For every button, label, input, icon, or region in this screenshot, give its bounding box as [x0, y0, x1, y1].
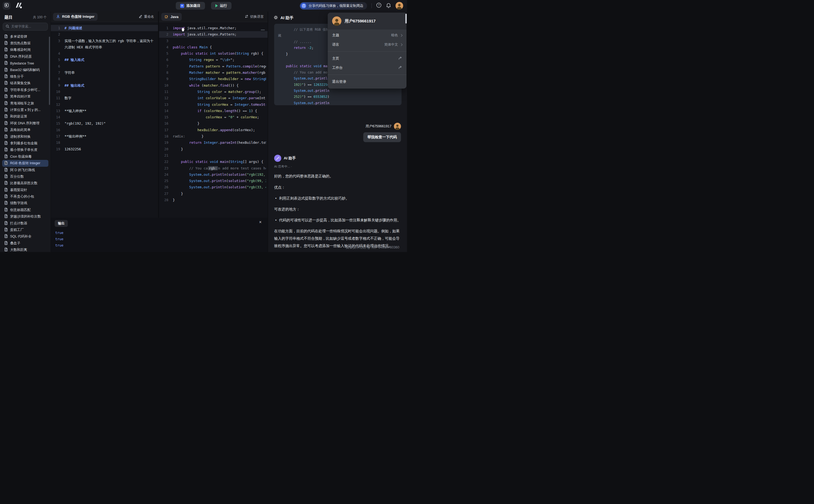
chevron-right-icon: [400, 34, 403, 37]
sidebar-item[interactable]: 大数和距离: [2, 247, 48, 252]
sidebar-item[interactable]: Bytedance Tree: [2, 60, 48, 67]
ai-code-line: System.out.println: [278, 100, 398, 105]
sidebar-item[interactable]: 病毒感染时间: [2, 47, 48, 53]
code-editor-panel: Java 切换语言 1import java.util.regex.Matche…: [159, 11, 268, 218]
code-line: 7 Pattern pattern = Pattern.compile(rege…: [159, 63, 268, 69]
sidebar-item[interactable]: 猜数字游戏: [2, 200, 48, 207]
document-icon: [4, 101, 8, 106]
sidebar-item[interactable]: 简单四则计算: [2, 93, 48, 100]
problem-tab[interactable]: RGB 色值转 Integer: [53, 13, 98, 21]
notification-bell-icon[interactable]: [386, 2, 391, 9]
document-icon: [4, 81, 8, 86]
sidebar-item[interactable]: 环状 DNA 序列整理: [2, 120, 48, 127]
pencil-icon: [139, 14, 142, 19]
document-icon: [4, 194, 8, 199]
user-avatar[interactable]: [396, 2, 403, 10]
sidebar-item[interactable]: 和的逆运算: [2, 113, 48, 120]
menu-item-workbench[interactable]: 工作台: [328, 63, 406, 72]
markdown-line: 10: [51, 89, 158, 95]
ai-panel-scrollbar[interactable]: [405, 14, 407, 24]
sidebar-item[interactable]: 不再贪心的小包: [2, 193, 48, 200]
sidebar-item[interactable]: 青海湖租车之旅: [2, 100, 48, 107]
code-line: 12 int colorValue = Integer.parseInt(col…: [159, 95, 268, 101]
sidebar-item-label: 青海湖租车之旅: [10, 101, 34, 106]
add-problem-label: 添加题目: [186, 3, 201, 8]
app-logo[interactable]: [14, 2, 25, 10]
rename-button[interactable]: 重命名: [139, 14, 154, 19]
sidebar-item[interactable]: 阿 D 的飞行路线: [2, 167, 48, 173]
code-line: 5 public static int solution(String rgb)…: [159, 50, 268, 57]
sidebar-item[interactable]: 字符串有多少种可...: [2, 87, 48, 93]
document-icon: [4, 141, 8, 146]
sidebar-item[interactable]: 叠盘子: [2, 240, 48, 247]
sidebar-item[interactable]: 链表聚集交换: [2, 80, 48, 87]
sidebar-item-label: 拿到最多红包金额: [10, 141, 37, 146]
language-tab-label: Java: [171, 15, 178, 19]
add-problem-button[interactable]: + 添加题目: [176, 2, 205, 10]
sidebar-item[interactable]: RGB 色值转 Integer: [2, 160, 48, 166]
code-line: 10 while (matcher.find()) {: [159, 82, 268, 89]
sidebar-item[interactable]: 进制求和转换: [2, 133, 48, 140]
code-line: 4public class Main {: [159, 44, 268, 50]
workbench-label: 工作台: [332, 65, 343, 70]
swap-arrows-icon: [245, 15, 248, 19]
menu-item-language[interactable]: 语言 简体中文: [328, 40, 406, 49]
sidebar-item[interactable]: Cion 勒索病毒: [2, 153, 48, 160]
language-tab[interactable]: Java: [161, 13, 182, 21]
document-icon: [4, 168, 8, 172]
search-input[interactable]: 关键字搜索...: [3, 23, 48, 31]
sidebar-item[interactable]: 百分位数: [2, 173, 48, 180]
code-line: 1import java.util.regex.Matcher;: [159, 25, 268, 31]
markdown-line: 1# 问题描述: [51, 25, 158, 31]
run-button[interactable]: 运行: [211, 2, 232, 10]
document-icon: [4, 61, 8, 66]
sidebar-item[interactable]: DNA 序列还原: [2, 53, 48, 60]
menu-item-logout[interactable]: 退出登录: [328, 77, 406, 86]
code-line: 16 }: [159, 120, 268, 127]
markdown-line: 14: [51, 114, 158, 120]
ai-paragraph: 优点：: [274, 184, 401, 191]
sidebar-item-label: DNA 序列还原: [10, 54, 32, 59]
help-icon[interactable]: ?: [376, 2, 382, 9]
code-editor[interactable]: 1import java.util.regex.Matcher;2import …: [159, 22, 268, 203]
sidebar-item-label: 蛋糕工厂: [10, 228, 24, 232]
promo-banner[interactable]: 分享代码练习体验，领限量定制周边: [300, 2, 367, 10]
sidebar-item[interactable]: Base32 编码和解码: [2, 67, 48, 73]
sidebar-scrollbar[interactable]: [49, 37, 50, 105]
top-bar: + 添加题目 运行 分享代码练习体验，领限量定制周边 ?: [0, 0, 407, 11]
output-tab[interactable]: 输出: [55, 220, 68, 227]
sidebar-item[interactable]: 最小替换子串长度: [2, 147, 48, 153]
sidebar-item[interactable]: SQL 代码补全: [2, 233, 48, 240]
sidebar-item[interactable]: 及格如此简单: [2, 127, 48, 133]
ai-code-line: 252)") == 6553852): [278, 94, 398, 100]
sidebar-item-label: 简单四则计算: [10, 94, 31, 99]
ai-paragraph: 利用正则表达式提取数字的方式比较巧妙。: [274, 195, 401, 202]
close-output-icon[interactable]: ×: [259, 220, 262, 225]
menu-item-home[interactable]: 主页: [328, 54, 406, 63]
sidebar-item[interactable]: 蛋糕工厂: [2, 227, 48, 233]
document-icon: [4, 134, 8, 139]
home-label: 主页: [332, 56, 339, 61]
sidebar-item[interactable]: 创意标题匹配: [2, 207, 48, 213]
sidebar-item[interactable]: 拿到最多红包金额: [2, 140, 48, 146]
menu-item-theme[interactable]: 主题 暗色: [328, 31, 406, 40]
sidebar-item[interactable]: 多米诺骨牌: [2, 33, 48, 40]
clipboard-icon: [301, 3, 306, 8]
external-link-icon: [398, 66, 402, 70]
sidebar-item[interactable]: 比赛最高获胜次数: [2, 180, 48, 187]
sidebar-item[interactable]: 查找热点数据: [2, 40, 48, 46]
markdown-line: 4: [51, 50, 158, 57]
editor-scrollbar[interactable]: [261, 30, 265, 30]
sidebar-item[interactable]: 穿越沙漠的补给次数: [2, 213, 48, 220]
sidebar-item[interactable]: 暴雨梨花针: [2, 187, 48, 193]
sidebar-item[interactable]: 计算位置 x 到 y 的...: [2, 107, 48, 113]
code-line: 26 System.out.println(solution("rgb(33, …: [159, 184, 268, 190]
panel-icon: [4, 3, 9, 8]
switch-language-button[interactable]: 切换语言: [245, 14, 264, 19]
markdown-editor[interactable]: 1# 问题描述23实现一个函数，输入为长度为三的 rgb 字符串，返回为十六进制…: [51, 22, 158, 152]
sidebar-toggle-button[interactable]: [3, 2, 10, 10]
markdown-line: 15"rgb(192, 192, 192)": [51, 120, 158, 127]
sidebar-item-label: 不再贪心的小包: [10, 194, 34, 199]
sidebar-item[interactable]: 猫鱼分干: [2, 73, 48, 80]
sidebar-item[interactable]: 打点计数器: [2, 220, 48, 227]
